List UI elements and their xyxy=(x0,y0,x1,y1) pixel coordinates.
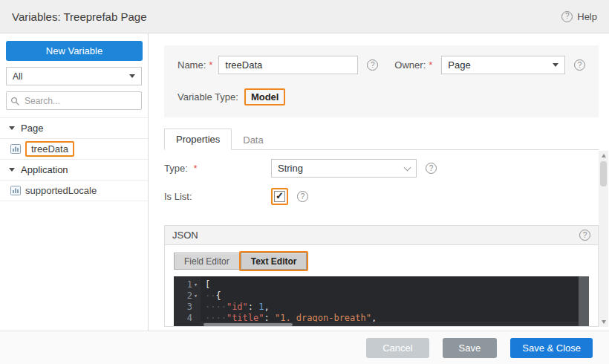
tab-label: Data xyxy=(243,134,263,146)
editor-mode-toggle: Field Editor Text Editor xyxy=(165,245,598,276)
help-icon xyxy=(561,11,573,22)
tree-group-label: Page xyxy=(21,123,43,134)
cancel-button[interactable]: Cancel xyxy=(366,338,429,358)
tab-bar: Properties Data xyxy=(164,129,599,150)
variable-type-annotation-highlight: Model xyxy=(244,88,286,105)
required-marker: * xyxy=(193,163,197,174)
scroll-up-icon[interactable] xyxy=(599,151,608,160)
text-editor-button[interactable]: Text Editor xyxy=(241,253,307,270)
chevron-down-icon xyxy=(129,74,135,78)
name-help-icon[interactable] xyxy=(367,59,378,71)
owner-value: Page xyxy=(448,59,470,71)
owner-label: Owner: xyxy=(394,59,426,71)
scrollbar-thumb[interactable] xyxy=(203,323,293,326)
variable-type-label: Variable Type: xyxy=(178,91,238,103)
scroll-down-icon[interactable] xyxy=(599,317,608,327)
is-list-checkbox[interactable] xyxy=(274,191,285,202)
variables-dialog: Variables: Treeprefab Page Help New Vari… xyxy=(0,0,609,364)
type-value: String xyxy=(278,163,303,174)
required-marker: * xyxy=(429,59,432,71)
json-help-icon[interactable] xyxy=(579,230,590,241)
required-marker: * xyxy=(209,59,212,71)
type-select[interactable]: String xyxy=(271,159,417,178)
tree-item-label: treeData xyxy=(31,143,68,155)
chevron-down-icon xyxy=(404,163,411,171)
help-link[interactable]: Help xyxy=(561,11,597,22)
json-section-header: JSON xyxy=(165,226,598,245)
sidebar-search xyxy=(6,91,142,110)
json-title: JSON xyxy=(172,230,198,241)
variable-type-value: Model xyxy=(251,91,279,103)
is-list-row: Is List: xyxy=(164,186,579,207)
tree-group-application[interactable]: Application xyxy=(0,160,148,181)
variable-icon xyxy=(10,144,21,154)
json-section: JSON Field Editor Text Editor 1▾2▾34 [··… xyxy=(164,225,599,327)
search-input[interactable] xyxy=(6,91,142,110)
tree-group-page[interactable]: Page xyxy=(0,118,148,139)
variable-icon xyxy=(10,186,21,195)
help-label: Help xyxy=(577,11,597,22)
save-button[interactable]: Save xyxy=(443,338,498,358)
tab-data[interactable]: Data xyxy=(232,130,274,150)
is-list-annotation-highlight xyxy=(271,188,288,205)
filter-value: All xyxy=(13,71,22,82)
tree-group-label: Application xyxy=(21,164,68,175)
owner-help-icon[interactable] xyxy=(574,59,585,71)
tab-label: Properties xyxy=(176,134,220,145)
page-title: Variables: Treeprefab Page xyxy=(12,10,147,23)
owner-select[interactable]: Page xyxy=(441,56,565,74)
search-icon xyxy=(10,96,20,109)
editor-horizontal-scrollbar[interactable] xyxy=(201,322,579,327)
collapse-caret-icon xyxy=(9,126,15,130)
name-input[interactable] xyxy=(218,56,358,74)
variable-tree: Page treeData Application supportedLocal… xyxy=(0,117,148,201)
content-scrollbar[interactable] xyxy=(599,151,608,327)
variable-type-row: Variable Type: Model xyxy=(178,87,585,107)
variable-form: Name: * Owner: * Page Variable Type: Mod… xyxy=(164,45,599,117)
type-row: Type: * String xyxy=(164,158,579,178)
json-code-editor[interactable]: 1▾2▾34 [··{····"id": 1,····"title": "1. … xyxy=(174,276,589,327)
tree-item-treedata[interactable]: treeData xyxy=(0,139,148,160)
code-gutter: 1▾2▾34 xyxy=(174,276,201,327)
variables-sidebar: New Variable All Page treeData xyxy=(0,33,149,331)
type-label: Type: * xyxy=(164,163,271,174)
collapse-caret-icon xyxy=(9,168,15,172)
text-editor-annotation-highlight: Text Editor xyxy=(239,251,309,271)
field-editor-button[interactable]: Field Editor xyxy=(174,253,240,270)
tree-item-supportedlocale[interactable]: supportedLocale xyxy=(0,181,148,201)
scrollbar-thumb[interactable] xyxy=(600,161,607,186)
name-label: Name: xyxy=(178,59,206,71)
save-close-button[interactable]: Save & Close xyxy=(510,338,593,358)
variable-detail-panel: Name: * Owner: * Page Variable Type: Mod… xyxy=(149,33,609,331)
dialog-footer: Cancel Save Save & Close xyxy=(0,331,609,364)
treedata-annotation-highlight: treeData xyxy=(25,141,74,157)
dialog-header: Variables: Treeprefab Page Help xyxy=(0,0,609,33)
tree-item-label: supportedLocale xyxy=(25,185,97,196)
variable-filter-select[interactable]: All xyxy=(6,67,142,85)
code-lines: [··{····"id": 1,····"title": "1. dragon-… xyxy=(201,276,579,327)
chevron-down-icon xyxy=(553,63,558,67)
new-variable-button[interactable]: New Variable xyxy=(6,41,143,61)
editor-vertical-scrollbar[interactable] xyxy=(579,276,589,327)
is-list-help-icon[interactable] xyxy=(297,191,308,202)
is-list-label: Is List: xyxy=(164,191,271,202)
name-owner-row: Name: * Owner: * Page xyxy=(178,55,585,75)
type-help-icon[interactable] xyxy=(426,163,437,174)
tab-properties[interactable]: Properties xyxy=(164,129,232,150)
